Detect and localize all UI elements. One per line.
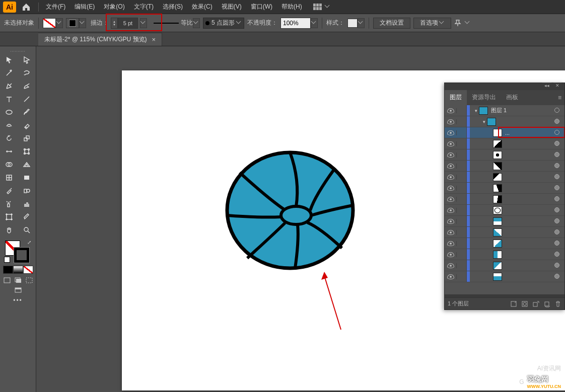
draw-inside-icon[interactable] [25, 277, 33, 284]
target-icon[interactable] [554, 274, 559, 279]
visibility-toggle-icon[interactable] [447, 152, 454, 158]
menu-object[interactable]: 对象(O) [100, 1, 128, 13]
target-icon[interactable] [554, 252, 559, 257]
preferences-button[interactable]: 首选项 [413, 18, 451, 29]
target-icon[interactable] [554, 263, 559, 268]
fill-swatch[interactable] [43, 18, 63, 29]
draw-behind-icon[interactable] [14, 277, 22, 284]
layer-row[interactable] [445, 271, 564, 282]
lasso-tool[interactable] [18, 66, 36, 80]
target-icon[interactable] [554, 196, 559, 201]
visibility-toggle-icon[interactable] [447, 208, 454, 213]
visibility-toggle-icon[interactable] [447, 164, 454, 169]
target-icon[interactable] [554, 218, 559, 223]
gradient-tool[interactable] [18, 171, 36, 184]
disclosure-triangle-icon[interactable]: ▾ [481, 119, 487, 124]
layer-row-top[interactable]: ▾ 图层 1 [445, 105, 564, 116]
line-segment-tool[interactable] [18, 93, 36, 106]
panel-scrollbar[interactable] [445, 294, 564, 297]
layer-row[interactable] [445, 172, 564, 183]
panel-grip-icon[interactable] [0, 49, 36, 53]
tab-layers[interactable]: 图层 [445, 90, 467, 105]
tab-artboards[interactable]: 画板 [501, 90, 523, 105]
target-icon[interactable] [554, 241, 559, 246]
workspace-switcher[interactable] [313, 4, 330, 11]
color-mode-gradient[interactable] [13, 266, 23, 274]
visibility-toggle-icon[interactable] [447, 186, 454, 191]
perspective-grid-tool[interactable] [18, 158, 36, 171]
layer-row[interactable] [445, 260, 564, 271]
home-icon[interactable] [20, 1, 32, 13]
graphic-style[interactable] [347, 18, 365, 29]
visibility-toggle-icon[interactable] [447, 175, 454, 180]
layer-name[interactable]: 图层 1 [491, 107, 507, 114]
lock-toggle[interactable] [457, 116, 467, 127]
default-fill-stroke-icon[interactable] [4, 257, 10, 263]
visibility-toggle-icon[interactable] [447, 230, 454, 235]
paintbrush-tool[interactable] [18, 106, 36, 119]
layer-row-selected[interactable]: ... [445, 127, 564, 138]
type-tool[interactable] [0, 93, 18, 106]
eyedropper-tool[interactable] [0, 184, 18, 197]
target-icon[interactable] [554, 229, 559, 234]
ellipse-tool[interactable] [0, 106, 18, 119]
free-transform-tool[interactable] [18, 145, 36, 158]
target-icon[interactable] [554, 163, 559, 168]
make-clipping-mask-icon[interactable] [521, 300, 528, 307]
target-icon[interactable] [554, 174, 559, 179]
screen-mode-icon[interactable] [14, 287, 22, 294]
layer-row[interactable] [445, 138, 564, 149]
color-mode-none[interactable] [23, 266, 33, 274]
artboard-tool[interactable] [0, 210, 18, 223]
target-icon[interactable] [554, 207, 559, 212]
slice-tool[interactable] [18, 210, 36, 223]
variable-width-profile[interactable]: 等比 [152, 18, 200, 29]
shape-builder-tool[interactable] [0, 158, 18, 171]
visibility-toggle-icon[interactable] [447, 108, 454, 113]
menu-file[interactable]: 文件(F) [42, 1, 69, 13]
new-layer-icon[interactable] [543, 300, 550, 307]
target-icon[interactable] [554, 141, 559, 146]
panel-close-icon[interactable]: ✕ [553, 83, 561, 89]
target-icon[interactable] [554, 108, 559, 113]
visibility-toggle-icon[interactable] [447, 197, 454, 202]
stepper-icon[interactable]: ▲▼ [111, 18, 118, 29]
layer-row[interactable] [445, 183, 564, 194]
menu-window[interactable]: 窗口(W) [247, 1, 276, 13]
chevron-down-icon[interactable] [140, 18, 147, 28]
swap-fill-stroke-icon[interactable]: ⤢ [27, 240, 31, 245]
visibility-toggle-icon[interactable] [447, 141, 454, 146]
pen-tool[interactable] [0, 80, 18, 93]
layer-row[interactable] [445, 216, 564, 227]
target-icon[interactable] [554, 152, 559, 157]
menu-type[interactable]: 文字(T) [130, 1, 158, 13]
rotate-tool[interactable] [0, 132, 18, 145]
stroke-weight-field[interactable]: ▲▼ [111, 18, 138, 29]
delete-layer-icon[interactable] [554, 300, 561, 307]
visibility-toggle-icon[interactable] [447, 263, 454, 268]
app-logo-icon[interactable]: Ai [3, 2, 16, 13]
visibility-toggle-icon[interactable] [447, 130, 454, 135]
tab-asset-export[interactable]: 资源导出 [467, 90, 501, 105]
panel-menu-icon[interactable]: ≡ [558, 94, 561, 101]
layer-row[interactable] [445, 227, 564, 238]
fill-stroke-proxy[interactable]: ⤢ [4, 240, 32, 263]
menu-edit[interactable]: 编辑(E) [70, 1, 99, 13]
layer-row[interactable] [445, 194, 564, 205]
document-tab[interactable]: 未标题-2* @ 115% (CMYK/GPU 预览) × [38, 33, 162, 46]
target-icon[interactable] [554, 130, 559, 135]
stroke-weight-input[interactable] [118, 18, 138, 29]
magic-wand-tool[interactable] [0, 66, 18, 80]
panel-collapse-icon[interactable]: ◂◂ [542, 83, 551, 89]
symbol-sprayer-tool[interactable] [0, 197, 18, 210]
opacity-field[interactable]: 100% [280, 18, 318, 29]
column-graph-tool[interactable] [18, 197, 36, 210]
shaper-tool[interactable] [0, 119, 18, 132]
target-icon[interactable] [554, 119, 559, 124]
new-sublayer-icon[interactable] [532, 300, 539, 307]
visibility-toggle-icon[interactable] [447, 274, 454, 279]
menu-select[interactable]: 选择(S) [159, 1, 187, 13]
layer-row[interactable] [445, 161, 564, 172]
menu-effect[interactable]: 效果(C) [188, 1, 217, 13]
stroke-swatch[interactable] [66, 18, 86, 29]
